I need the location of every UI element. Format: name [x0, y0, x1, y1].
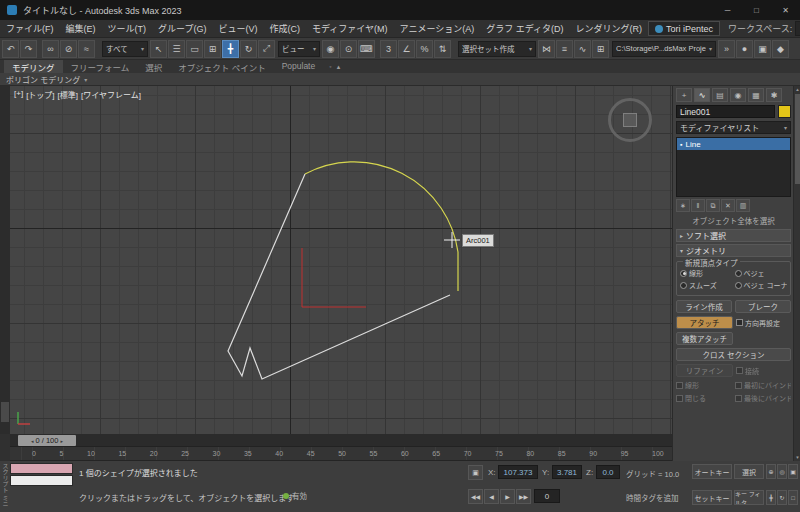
- go-to-end-button[interactable]: ▶▶: [516, 489, 531, 504]
- z-coordinate-field[interactable]: 0.0: [596, 465, 620, 479]
- select-by-name-icon[interactable]: ☰: [168, 40, 185, 58]
- percent-snap-icon[interactable]: %: [416, 40, 433, 58]
- render-production-icon[interactable]: ◆: [772, 40, 789, 58]
- menu-item-6[interactable]: モディファイヤ(M): [306, 22, 394, 35]
- attach-button[interactable]: アタッチ: [676, 316, 733, 329]
- x-coordinate-field[interactable]: 107.373: [498, 465, 538, 479]
- display-tab-icon[interactable]: ▦: [748, 88, 764, 102]
- select-and-move-icon[interactable]: ╋: [222, 40, 239, 58]
- align-icon[interactable]: ≡: [556, 40, 573, 58]
- zoom-all-icon[interactable]: ◎: [777, 464, 787, 479]
- stack-item-line[interactable]: ▪ Line: [677, 138, 790, 150]
- viewcube-face[interactable]: [623, 113, 637, 127]
- curve-editor-icon[interactable]: ∿: [574, 40, 591, 58]
- angle-snap-icon[interactable]: ∠: [398, 40, 415, 58]
- break-button[interactable]: ブレーク: [735, 300, 791, 313]
- close-button[interactable]: ✕: [771, 0, 800, 20]
- unlink-selection-icon[interactable]: ⊘: [60, 40, 77, 58]
- select-link-icon[interactable]: ∞: [42, 40, 59, 58]
- viewport-menu-plus[interactable]: [+]: [14, 89, 23, 100]
- previous-frame-button[interactable]: ◀: [484, 489, 499, 504]
- utilities-tab-icon[interactable]: ✱: [766, 88, 782, 102]
- add-time-tag[interactable]: 時間タグを追加: [626, 492, 679, 503]
- time-slider-track[interactable]: ◂ 0 / 100 ▸: [10, 434, 672, 447]
- radio-smooth[interactable]: スムーズ: [680, 280, 733, 290]
- spinner-snap-icon[interactable]: ⇅: [434, 40, 451, 58]
- viewport[interactable]: [+] [トップ] [標準] [ワイヤフレーム] Arc001: [10, 86, 672, 434]
- viewport-standard-label[interactable]: [標準]: [58, 89, 78, 100]
- remove-modifier-icon[interactable]: ✕: [721, 199, 735, 212]
- menu-item-1[interactable]: 編集(E): [60, 22, 102, 35]
- play-button[interactable]: ▶: [500, 489, 515, 504]
- attach-multiple-button[interactable]: 複数アタッチ: [676, 332, 733, 345]
- rollout-geometry[interactable]: ▾ ジオメトリ: [676, 244, 791, 257]
- snap-toggle-icon[interactable]: 3: [380, 40, 397, 58]
- user-account-button[interactable]: Tori iPentec: [648, 21, 720, 36]
- configure-modifier-sets-icon[interactable]: ▥: [736, 199, 750, 212]
- ribbon-tab-1[interactable]: フリーフォーム: [63, 60, 138, 73]
- create-tab-icon[interactable]: +: [676, 88, 692, 102]
- zoom-icon[interactable]: ⊕: [766, 464, 776, 479]
- schematic-view-icon[interactable]: ⊞: [592, 40, 609, 58]
- viewport-pov-label[interactable]: [トップ]: [26, 89, 54, 100]
- object-color-swatch[interactable]: [778, 105, 791, 118]
- arc-segment[interactable]: [305, 162, 458, 252]
- maximize-viewport-icon[interactable]: □: [788, 490, 798, 505]
- pin-stack-icon[interactable]: ∗: [676, 199, 690, 212]
- mini-listener-strip[interactable]: [10, 475, 73, 486]
- reference-coordinate-dropdown[interactable]: ビュー▾: [278, 41, 320, 57]
- slider-left-icon[interactable]: ◂: [31, 438, 34, 444]
- orbit-icon[interactable]: ↻: [777, 490, 787, 505]
- select-and-scale-icon[interactable]: ⤢: [258, 40, 275, 58]
- use-pivot-center-icon[interactable]: ◉: [322, 40, 339, 58]
- menu-item-9[interactable]: レンダリング(R): [570, 22, 649, 35]
- panel-scrollbar[interactable]: ▲ ▼: [793, 86, 800, 461]
- select-and-rotate-icon[interactable]: ↻: [240, 40, 257, 58]
- modifier-list-dropdown[interactable]: モディファイヤリスト ▾: [676, 121, 791, 134]
- select-object-icon[interactable]: ↖: [150, 40, 167, 58]
- menu-item-8[interactable]: グラフ エディタ(D): [480, 22, 569, 35]
- viewcube[interactable]: [608, 98, 652, 142]
- named-selection-sets-dropdown[interactable]: 選択セット作成▾: [458, 41, 536, 57]
- viewport-shading-label[interactable]: [ワイヤフレーム]: [81, 89, 141, 100]
- auto-key-button[interactable]: オートキー: [692, 464, 732, 479]
- radio-linear[interactable]: 線形: [680, 268, 733, 278]
- pan-view-icon[interactable]: ╋: [766, 490, 776, 505]
- ribbon-pin-icon[interactable]: ◦: [329, 63, 331, 70]
- window-crossing-icon[interactable]: ⊞: [204, 40, 221, 58]
- selection-lock-toggle[interactable]: ▣: [468, 465, 483, 480]
- ribbon-tab-2[interactable]: 選択: [137, 60, 170, 73]
- select-and-manipulate-icon[interactable]: ⊙: [340, 40, 357, 58]
- viewport-layout-tab[interactable]: [1, 402, 9, 422]
- create-line-button[interactable]: ライン作成: [676, 300, 732, 313]
- adaptive-degradation-toggle[interactable]: 有効: [283, 490, 307, 501]
- menu-item-4[interactable]: ビュー(V): [212, 22, 263, 35]
- menu-item-3[interactable]: グループ(G): [152, 22, 212, 35]
- minimize-button[interactable]: ─: [713, 0, 742, 20]
- set-key-button[interactable]: セットキー: [692, 490, 732, 505]
- menu-item-0[interactable]: ファイル(F): [0, 22, 60, 35]
- redo-icon[interactable]: ↷: [20, 40, 37, 58]
- go-to-start-button[interactable]: ◀◀: [468, 489, 483, 504]
- motion-tab-icon[interactable]: ◉: [730, 88, 746, 102]
- current-frame-field[interactable]: 0: [534, 489, 560, 503]
- scroll-up-icon[interactable]: ▲: [794, 87, 800, 92]
- object-name-field[interactable]: Line001: [676, 105, 775, 118]
- bind-to-space-warp-icon[interactable]: ≈: [78, 40, 95, 58]
- macro-recorder-strip[interactable]: [10, 463, 73, 474]
- reorient-checkbox[interactable]: 方向再設定: [736, 318, 791, 328]
- rollout-soft-selection[interactable]: ▸ ソフト選択: [676, 229, 791, 242]
- ribbon-tab-4[interactable]: Populate: [274, 60, 324, 73]
- key-filters-button[interactable]: キー フィルタ...: [734, 490, 764, 505]
- selection-filter-dropdown[interactable]: すべて▾: [102, 41, 148, 57]
- toolbar-overflow-icon[interactable]: »: [718, 40, 735, 58]
- timeline-ruler[interactable]: 0510152025303540455055606570758085909510…: [10, 447, 672, 461]
- ribbon-tab-3[interactable]: オブジェクト ペイント: [170, 60, 273, 73]
- cross-section-button[interactable]: クロス セクション: [676, 348, 791, 361]
- spline-shape[interactable]: [228, 174, 450, 379]
- show-end-result-icon[interactable]: ‖: [691, 199, 705, 212]
- maximize-button[interactable]: □: [742, 0, 771, 20]
- time-slider-handle[interactable]: ◂ 0 / 100 ▸: [18, 435, 76, 446]
- rendered-frame-window-icon[interactable]: ▣: [754, 40, 771, 58]
- scroll-down-icon[interactable]: ▼: [794, 455, 800, 460]
